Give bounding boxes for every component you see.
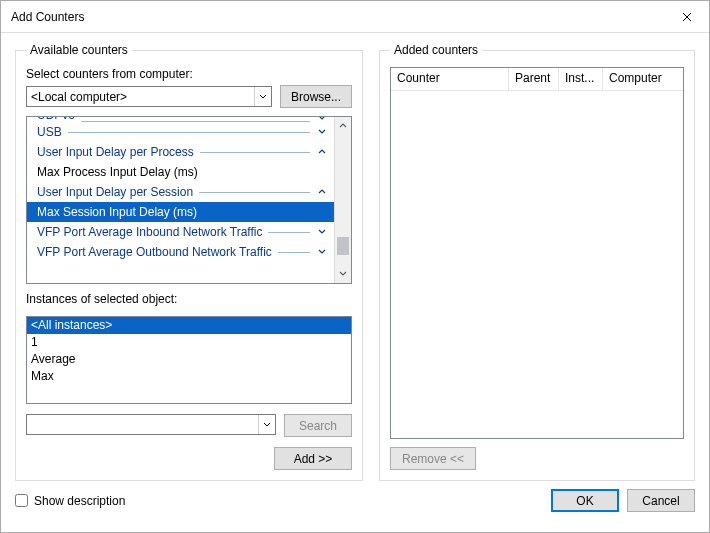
- col-counter[interactable]: Counter: [391, 68, 509, 90]
- counter-item-selected[interactable]: Max Session Input Delay (ms): [27, 202, 334, 222]
- select-computer-label: Select counters from computer:: [26, 67, 352, 81]
- close-icon: [682, 12, 692, 22]
- chevron-down-icon: [316, 248, 328, 256]
- chevron-up-icon: [316, 148, 328, 156]
- counter-category[interactable]: UDPv6: [27, 117, 334, 122]
- available-counters-group: Available counters Select counters from …: [15, 43, 363, 481]
- add-counters-dialog: Add Counters Available counters Select c…: [0, 0, 710, 533]
- instances-list[interactable]: <All instances> 1 Average Max: [26, 316, 352, 404]
- search-combo[interactable]: [26, 414, 276, 435]
- counter-item[interactable]: Max Process Input Delay (ms): [27, 162, 334, 182]
- show-description-checkbox[interactable]: Show description: [15, 494, 551, 508]
- scroll-thumb[interactable]: [337, 237, 349, 255]
- table-header: Counter Parent Inst... Computer: [391, 68, 683, 91]
- chevron-up-icon: [316, 188, 328, 196]
- col-parent[interactable]: Parent: [509, 68, 559, 90]
- computer-combo[interactable]: <Local computer>: [26, 86, 272, 107]
- add-button[interactable]: Add >>: [274, 447, 352, 470]
- chevron-down-icon: [316, 128, 328, 136]
- cancel-button[interactable]: Cancel: [627, 489, 695, 512]
- instance-item[interactable]: Max: [27, 368, 351, 385]
- chevron-down-icon: [316, 228, 328, 236]
- show-description-input[interactable]: [15, 494, 28, 507]
- instances-label: Instances of selected object:: [26, 292, 352, 306]
- counter-category[interactable]: User Input Delay per Process: [27, 142, 334, 162]
- col-computer[interactable]: Computer: [603, 68, 683, 90]
- available-counters-legend: Available counters: [26, 43, 132, 57]
- titlebar: Add Counters: [1, 1, 709, 33]
- instance-item[interactable]: Average: [27, 351, 351, 368]
- computer-combo-value: <Local computer>: [31, 90, 127, 104]
- table-body-empty: [391, 91, 683, 438]
- remove-button[interactable]: Remove <<: [390, 447, 476, 470]
- close-button[interactable]: [664, 2, 709, 32]
- added-counters-legend: Added counters: [390, 43, 482, 57]
- chevron-down-icon: [254, 87, 271, 106]
- window-title: Add Counters: [11, 10, 664, 24]
- scrollbar[interactable]: [334, 117, 351, 283]
- browse-button[interactable]: Browse...: [280, 85, 352, 108]
- show-description-label: Show description: [34, 494, 125, 508]
- scroll-down-icon[interactable]: [335, 266, 351, 283]
- added-counters-table[interactable]: Counter Parent Inst... Computer: [390, 67, 684, 439]
- counter-category[interactable]: VFP Port Average Outbound Network Traffi…: [27, 242, 334, 262]
- counter-category[interactable]: VFP Port Average Inbound Network Traffic: [27, 222, 334, 242]
- counter-list[interactable]: UDPv6 USB User Input Delay per Process: [26, 116, 352, 284]
- instance-item-selected[interactable]: <All instances>: [27, 317, 351, 334]
- counter-category[interactable]: User Input Delay per Session: [27, 182, 334, 202]
- chevron-down-icon: [258, 415, 275, 434]
- counter-category[interactable]: USB: [27, 122, 334, 142]
- chevron-down-icon: [316, 117, 328, 122]
- col-inst[interactable]: Inst...: [559, 68, 603, 90]
- search-button[interactable]: Search: [284, 414, 352, 437]
- ok-button[interactable]: OK: [551, 489, 619, 512]
- added-counters-group: Added counters Counter Parent Inst... Co…: [379, 43, 695, 481]
- instance-item[interactable]: 1: [27, 334, 351, 351]
- scroll-up-icon[interactable]: [335, 117, 351, 134]
